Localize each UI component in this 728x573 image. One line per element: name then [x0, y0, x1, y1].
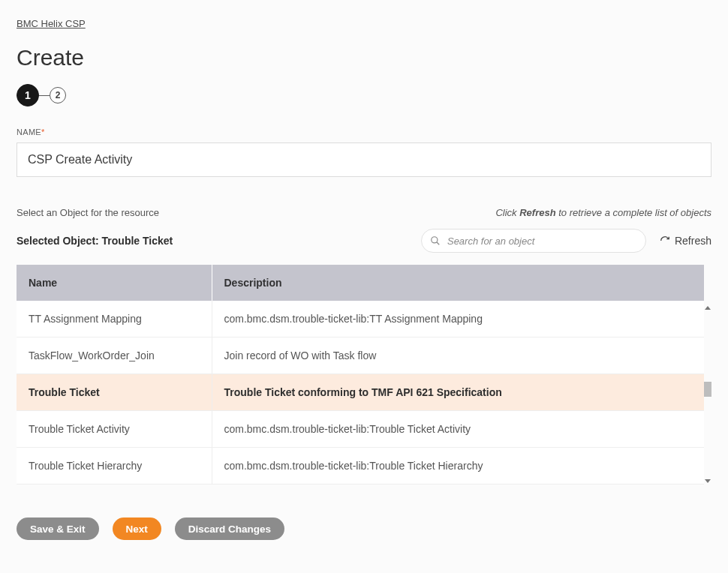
object-table: Name Description TT Assignment Mappingco… [17, 265, 711, 484]
refresh-icon [660, 236, 670, 246]
breadcrumb[interactable]: BMC Helix CSP [17, 18, 86, 29]
cell-name: Trouble Ticket [17, 374, 212, 411]
scroll-down-icon[interactable] [705, 479, 711, 483]
step-2[interactable]: 2 [50, 87, 66, 104]
cell-description: Join record of WO with Task flow [212, 338, 704, 374]
table-row[interactable]: TaskFlow_WorkOrder_JoinJoin record of WO… [17, 338, 704, 374]
cell-name: Trouble Ticket Activity [17, 411, 212, 448]
select-object-helper: Select an Object for the resource [17, 207, 159, 218]
search-icon [430, 236, 441, 246]
discard-button[interactable]: Discard Changes [175, 518, 284, 540]
scrollbar[interactable] [704, 304, 711, 484]
step-1[interactable]: 1 [17, 84, 39, 106]
refresh-button[interactable]: Refresh [660, 235, 711, 247]
name-input[interactable] [17, 142, 711, 177]
cell-description: com.bmc.dsm.trouble-ticket-lib:TT Assign… [212, 301, 704, 338]
selected-object-label: Selected Object: Trouble Ticket [17, 235, 173, 247]
search-input[interactable] [421, 229, 646, 253]
cell-name: TaskFlow_WorkOrder_Join [17, 338, 212, 374]
next-button[interactable]: Next [113, 518, 161, 540]
cell-name: TT Assignment Mapping [17, 301, 212, 338]
svg-line-1 [437, 242, 440, 245]
cell-description: com.bmc.dsm.trouble-ticket-lib:Trouble T… [212, 411, 704, 448]
name-field-label: NAME* [17, 128, 711, 136]
page-title: Create [17, 45, 711, 70]
svg-point-0 [432, 237, 438, 243]
scroll-up-icon[interactable] [705, 306, 711, 310]
col-header-name[interactable]: Name [17, 265, 212, 301]
cell-description: Trouble Ticket conforming to TMF API 621… [212, 374, 704, 411]
table-row[interactable]: Trouble TicketTrouble Ticket conforming … [17, 374, 704, 411]
step-connector [39, 95, 50, 96]
table-row[interactable]: TT Assignment Mappingcom.bmc.dsm.trouble… [17, 301, 704, 338]
refresh-hint: Click Refresh to retrieve a complete lis… [495, 207, 711, 218]
scroll-thumb[interactable] [704, 382, 711, 397]
col-header-description[interactable]: Description [212, 265, 704, 301]
cell-description: com.bmc.dsm.trouble-ticket-lib:Trouble T… [212, 448, 704, 484]
table-row[interactable]: Trouble Ticket Activitycom.bmc.dsm.troub… [17, 411, 704, 448]
refresh-label: Refresh [675, 235, 711, 247]
table-row[interactable]: Trouble Ticket Hierarchycom.bmc.dsm.trou… [17, 448, 704, 484]
required-indicator: * [41, 128, 45, 136]
stepper: 1 2 [17, 84, 711, 106]
save-exit-button[interactable]: Save & Exit [17, 518, 99, 540]
cell-name: Trouble Ticket Hierarchy [17, 448, 212, 484]
